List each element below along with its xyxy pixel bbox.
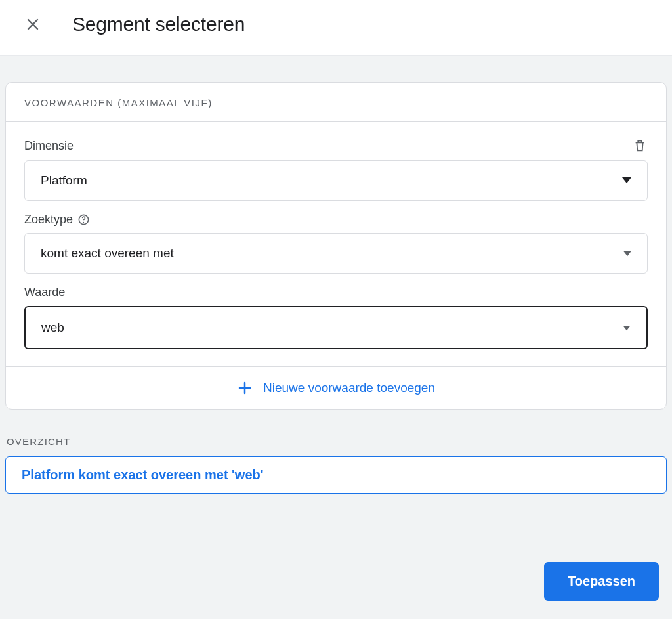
dimension-select[interactable]: Platform: [24, 160, 648, 201]
help-icon: [77, 213, 90, 226]
dimension-label: Dimensie: [24, 139, 74, 153]
matchtype-label: Zoektype: [24, 213, 73, 226]
value-label: Waarde: [24, 286, 65, 299]
chevron-down-icon: [622, 175, 631, 186]
dialog-title: Segment selecteren: [72, 13, 245, 35]
overview-label: OVERZICHT: [7, 436, 667, 447]
close-icon: [25, 16, 41, 32]
svg-marker-2: [622, 177, 631, 183]
conditions-card-header: VOORWAARDEN (MAXIMAAL VIJF): [6, 83, 666, 122]
svg-marker-5: [623, 251, 631, 256]
dimension-value: Platform: [41, 173, 87, 188]
conditions-form: Dimensie Platform: [6, 122, 666, 366]
matchtype-value: komt exact overeen met: [41, 246, 174, 261]
plus-icon: [237, 380, 253, 396]
apply-button[interactable]: Toepassen: [544, 562, 659, 601]
trash-icon: [633, 139, 647, 153]
conditions-card: VOORWAARDEN (MAXIMAAL VIJF) Dimensie Pla…: [5, 82, 667, 410]
help-button[interactable]: [77, 213, 90, 226]
chevron-down-icon: [623, 322, 631, 334]
value-field: Waarde web: [24, 286, 648, 349]
dimension-field: Dimensie Platform: [24, 138, 648, 201]
svg-point-4: [83, 222, 83, 223]
value-select[interactable]: web: [24, 306, 648, 349]
matchtype-field: Zoektype komt exact overeen met: [24, 213, 648, 274]
close-button[interactable]: [22, 14, 43, 35]
overview-summary: Platform komt exact overeen met 'web': [5, 456, 667, 494]
dialog-body: VOORWAARDEN (MAXIMAAL VIJF) Dimensie Pla…: [0, 56, 672, 619]
chevron-down-icon: [623, 248, 631, 259]
matchtype-select[interactable]: komt exact overeen met: [24, 233, 648, 274]
value-value: web: [41, 320, 64, 335]
dialog-header: Segment selecteren: [0, 0, 672, 56]
svg-marker-6: [623, 326, 630, 330]
add-condition-label: Nieuwe voorwaarde toevoegen: [263, 381, 435, 395]
add-condition-button[interactable]: Nieuwe voorwaarde toevoegen: [6, 366, 666, 409]
delete-condition-button[interactable]: [632, 138, 648, 154]
